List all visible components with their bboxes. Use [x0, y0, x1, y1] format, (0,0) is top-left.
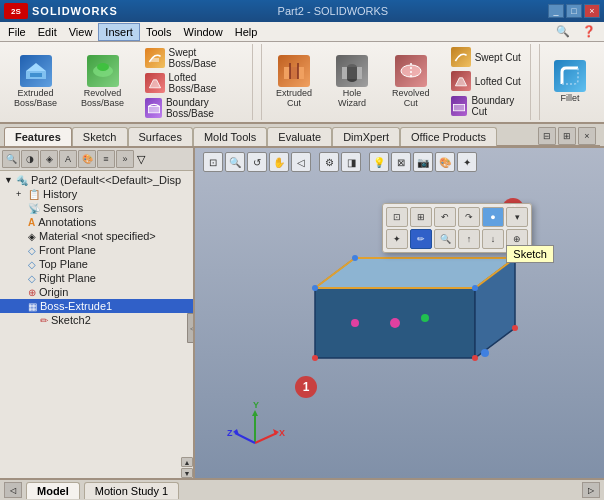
tree-tool-2[interactable]: ◑	[21, 150, 39, 168]
display-mode-button[interactable]: ◨	[341, 152, 361, 172]
history-expand-icon[interactable]: +	[16, 189, 26, 199]
tree-item-sensors[interactable]: 📡 Sensors	[0, 201, 193, 215]
menu-file[interactable]: File	[2, 24, 32, 40]
svg-point-4	[97, 63, 109, 71]
fillet-button[interactable]: Fillet	[550, 58, 590, 106]
menu-help[interactable]: Help	[229, 24, 264, 40]
tab-office-products[interactable]: Office Products	[400, 127, 497, 146]
lofted-boss-base-button[interactable]: Lofted Boss/Base	[142, 71, 248, 95]
revolved-cut-button[interactable]: RevolvedCut	[388, 53, 434, 111]
lofted-cut-label: Lofted Cut	[475, 76, 521, 87]
float-btn-arrow[interactable]: ▾	[506, 207, 528, 227]
shading-button[interactable]: 💡	[369, 152, 389, 172]
tab-surfaces[interactable]: Surfaces	[128, 127, 193, 146]
menu-view[interactable]: View	[63, 24, 99, 40]
tree-tool-5[interactable]: 🎨	[78, 150, 96, 168]
zoom-in-button[interactable]: 🔍	[225, 152, 245, 172]
rotate-button[interactable]: ↺	[247, 152, 267, 172]
tree-item-sketch2[interactable]: ✏ Sketch2	[0, 313, 193, 327]
view-settings-button[interactable]: ⚙	[319, 152, 339, 172]
hole-wizard-button[interactable]: HoleWizard	[332, 53, 372, 111]
float-btn-2[interactable]: ⊞	[410, 207, 432, 227]
float-btn-color[interactable]: ●	[482, 207, 504, 227]
menu-options[interactable]: ❓	[576, 23, 602, 40]
tree-scroll-down[interactable]: ▼	[181, 468, 193, 478]
root-expand-icon[interactable]: ▼	[4, 175, 14, 185]
tab-sketch[interactable]: Sketch	[72, 127, 128, 146]
maximize-button[interactable]: □	[566, 4, 582, 18]
tree-item-origin[interactable]: ⊕ Origin	[0, 285, 193, 299]
tree-item-material[interactable]: ◈ Material <not specified>	[0, 229, 193, 243]
collapse-panel-button[interactable]: ⊟	[538, 127, 556, 145]
tree-item-history[interactable]: + 📋 History	[0, 187, 193, 201]
appearance-button[interactable]: 🎨	[435, 152, 455, 172]
tree-tool-3[interactable]: ◈	[40, 150, 58, 168]
swept-cut-button[interactable]: Swept Cut	[448, 46, 526, 68]
float-btn-sketch[interactable]: ✏	[410, 229, 432, 249]
float-btn-4[interactable]: ↷	[458, 207, 480, 227]
svg-point-30	[312, 355, 318, 361]
svg-rect-9	[290, 67, 298, 79]
panel-collapse-handle[interactable]: ◁	[187, 313, 195, 343]
menu-edit[interactable]: Edit	[32, 24, 63, 40]
svg-rect-7	[148, 106, 159, 112]
close-button[interactable]: ×	[584, 4, 600, 18]
tree-tool-6[interactable]: ≡	[97, 150, 115, 168]
tree-item-annotations[interactable]: A Annotations	[0, 215, 193, 229]
revolved-boss-base-button[interactable]: RevolvedBoss/Base	[77, 53, 128, 111]
pan-button[interactable]: ✋	[269, 152, 289, 172]
lofted-cut-icon	[451, 71, 471, 91]
tree-item-right-plane[interactable]: ◇ Right Plane	[0, 271, 193, 285]
lofted-cut-button[interactable]: Lofted Cut	[448, 70, 526, 92]
tree-tool-1[interactable]: 🔍	[2, 150, 20, 168]
prev-view-button[interactable]: ◁	[291, 152, 311, 172]
tab-evaluate[interactable]: Evaluate	[267, 127, 332, 146]
status-tab-motion-study[interactable]: Motion Study 1	[84, 482, 179, 499]
float-btn-8[interactable]: ↓	[482, 229, 504, 249]
float-btn-5[interactable]: ✦	[386, 229, 408, 249]
float-btn-6[interactable]: 🔍	[434, 229, 456, 249]
boundary-boss-base-button[interactable]: Boundary Boss/Base	[142, 96, 248, 120]
boundary-cut-button[interactable]: Boundary Cut	[448, 94, 526, 118]
tab-bar: Features Sketch Surfaces Mold Tools Eval…	[0, 124, 604, 148]
menu-window[interactable]: Window	[178, 24, 229, 40]
tree-scroll-up[interactable]: ▲	[181, 457, 193, 467]
tree-item-top-plane[interactable]: ◇ Top Plane	[0, 257, 193, 271]
extruded-cut-button[interactable]: ExtrudedCut	[272, 53, 316, 111]
close-panel-button[interactable]: ×	[578, 127, 596, 145]
float-btn-7[interactable]: ↑	[458, 229, 480, 249]
tree-tool-4[interactable]: A	[59, 150, 77, 168]
tree-item-front-plane[interactable]: ◇ Front Plane	[0, 243, 193, 257]
minimize-button[interactable]: _	[548, 4, 564, 18]
status-scroll-left[interactable]: ◁	[4, 482, 22, 498]
menu-tools[interactable]: Tools	[140, 24, 178, 40]
tab-mold-tools[interactable]: Mold Tools	[193, 127, 267, 146]
swept-boss-base-button[interactable]: Swept Boss/Base	[142, 46, 248, 70]
boss-extrude1-label: Boss-Extrude1	[40, 300, 112, 312]
ribbon-group-cut-col: Swept Cut Lofted Cut Boundary Cut	[444, 44, 531, 120]
expand-panel-button[interactable]: ⊞	[558, 127, 576, 145]
viewport[interactable]: ⊡ 🔍 ↺ ✋ ◁ ⚙ ◨ 💡 ⊠ 📷 🎨 ✦	[195, 148, 604, 478]
swept-boss-base-icon	[145, 48, 164, 68]
status-scroll-right[interactable]: ▷	[582, 482, 600, 498]
float-btn-1[interactable]: ⊡	[386, 207, 408, 227]
tree-item-boss-extrude1[interactable]: ▦ Boss-Extrude1	[0, 299, 193, 313]
tab-dimxpert[interactable]: DimXpert	[332, 127, 400, 146]
extruded-boss-base-button[interactable]: ExtrudedBoss/Base	[10, 53, 61, 111]
menu-search[interactable]: 🔍	[550, 23, 576, 40]
section-view-button[interactable]: ⊠	[391, 152, 411, 172]
zoom-to-fit-button[interactable]: ⊡	[203, 152, 223, 172]
menu-insert[interactable]: Insert	[98, 23, 140, 41]
realview-button[interactable]: ✦	[457, 152, 477, 172]
status-tab-model[interactable]: Model	[26, 482, 80, 499]
tree-tool-expand[interactable]: »	[116, 150, 134, 168]
camera-button[interactable]: 📷	[413, 152, 433, 172]
float-btn-3[interactable]: ↶	[434, 207, 456, 227]
svg-marker-6	[149, 80, 160, 88]
ribbon-group-revolved: RevolvedBoss/Base	[71, 44, 134, 120]
lofted-boss-base-label: Lofted Boss/Base	[169, 72, 245, 94]
tree-root[interactable]: ▼ 🔩 Part2 (Default<<Default>_Disp	[0, 173, 193, 187]
fillet-svg	[556, 62, 584, 90]
viewport-toolbar: ⊡ 🔍 ↺ ✋ ◁ ⚙ ◨ 💡 ⊠ 📷 🎨 ✦	[203, 152, 477, 172]
tab-features[interactable]: Features	[4, 127, 72, 146]
